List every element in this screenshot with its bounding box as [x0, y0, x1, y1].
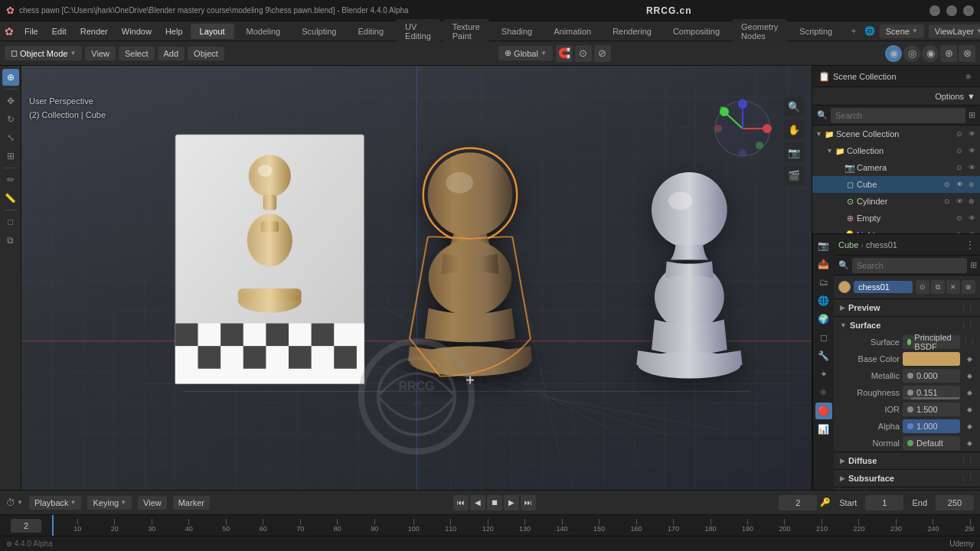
breadcrumb-chess01[interactable]: chess01	[866, 240, 897, 249]
tool-scale[interactable]: ⤡	[2, 129, 19, 146]
minimize-button[interactable]: ─	[929, 5, 940, 16]
tab-editing[interactable]: Editing	[348, 24, 393, 39]
viewport-shading-material[interactable]: ◉	[922, 45, 939, 62]
viewport-canvas[interactable]: User Perspective (2) Collection | Cube	[21, 66, 812, 490]
tool-annotate[interactable]: ✏	[2, 171, 19, 188]
tab-shading[interactable]: Shading	[492, 24, 541, 39]
props-object-icon[interactable]: ◻	[815, 329, 832, 346]
maximize-button[interactable]: □	[946, 5, 957, 16]
collection-hide-btn[interactable]: 👁	[966, 145, 977, 156]
ior-keyframe[interactable]: ◆	[963, 403, 975, 416]
proportional-connected-button[interactable]: ⊘	[594, 45, 611, 62]
end-frame-field[interactable]: 250	[936, 495, 974, 510]
viewport-shading-rendered[interactable]: ◎	[903, 45, 920, 62]
tool-measure[interactable]: 📏	[2, 190, 19, 207]
ior-value[interactable]: 1.500	[903, 403, 960, 416]
diffuse-section-header[interactable]: ▶ Diffuse ⋮⋮	[834, 452, 980, 469]
marker-menu[interactable]: Marker	[173, 496, 210, 510]
outliner-options-bar[interactable]: Options ▼	[812, 87, 980, 106]
subsurface-section-header[interactable]: ▶ Subsurface ⋮⋮	[834, 470, 980, 487]
zoom-in-button[interactable]: 🔍	[784, 96, 804, 116]
props-material-icon[interactable]: 🔴	[815, 403, 832, 419]
transform-selector[interactable]: ⊕ Global ▼	[498, 46, 553, 60]
playhead[interactable]	[52, 515, 54, 536]
camera-hide-btn[interactable]: 👁	[966, 162, 977, 173]
render-preview-button[interactable]: 🎬	[784, 165, 804, 185]
tab-sculpting[interactable]: Sculpting	[292, 24, 345, 39]
tab-scripting[interactable]: Scripting	[790, 24, 841, 39]
tab-uv-editing[interactable]: UV Editing	[396, 19, 440, 44]
props-output-icon[interactable]: 📤	[815, 256, 832, 272]
metallic-value[interactable]: 0.000	[903, 369, 960, 383]
tab-compositing[interactable]: Compositing	[664, 24, 729, 39]
outliner-item-camera[interactable]: 📷 Camera ⊙ 👁	[812, 159, 980, 176]
tool-add-cube[interactable]: □	[2, 214, 19, 230]
breadcrumb-cube[interactable]: Cube	[838, 240, 858, 249]
camera-render-btn[interactable]: ⊙	[954, 162, 965, 173]
playback-menu[interactable]: Playback ▼	[29, 496, 82, 510]
transport-stop[interactable]: ⏹	[487, 495, 502, 510]
props-modifier-icon[interactable]: 🔧	[815, 347, 832, 364]
props-particles-icon[interactable]: ✦	[815, 366, 832, 383]
outliner-item-collection[interactable]: ▼ 📁 Collection ⊙ 👁	[812, 142, 980, 159]
base-color-swatch[interactable]	[903, 352, 960, 366]
filter-icon[interactable]: ⊞	[969, 110, 975, 120]
scene-collection-hide-viewport[interactable]: 👁	[966, 129, 977, 139]
menu-help[interactable]: Help	[159, 24, 189, 38]
props-header-options[interactable]: ⋮	[965, 240, 975, 250]
cylinder-restrict-btn[interactable]: ⊗	[966, 196, 977, 207]
close-button[interactable]: ✕	[963, 5, 974, 16]
outliner-filter-btn[interactable]: ⊗	[963, 71, 974, 82]
mode-selector[interactable]: ◻ Object Mode ▼	[5, 46, 82, 60]
menu-window[interactable]: Window	[116, 24, 158, 38]
cube-restrict-btn[interactable]: ⊗	[966, 179, 977, 190]
menu-edit[interactable]: Edit	[46, 24, 73, 38]
select-menu[interactable]: Select	[119, 47, 155, 60]
camera-view-button[interactable]: 📷	[784, 142, 804, 162]
transport-jump-start[interactable]: ⏮	[453, 495, 469, 510]
proportional-edit-button[interactable]: ⊙	[575, 45, 592, 62]
viewport-overlay-button[interactable]: ⊕	[940, 45, 957, 62]
tool-rotate[interactable]: ↻	[2, 111, 19, 128]
viewport-shading-solid[interactable]: ◉	[885, 45, 902, 62]
material-browse-btn[interactable]: ⊙	[916, 280, 929, 294]
add-workspace-button[interactable]: +	[844, 22, 863, 40]
preview-section-header[interactable]: ▶ Preview ⋮⋮	[834, 299, 980, 316]
base-color-keyframe[interactable]: ◆	[963, 353, 975, 365]
outliner-item-scene-collection[interactable]: ▼ 📁 Scene Collection ⊙ 👁	[812, 126, 980, 142]
tool-add-more[interactable]: ⧉	[2, 232, 19, 249]
roughness-value[interactable]: 0.151	[903, 386, 960, 399]
normal-value[interactable]: Default	[903, 436, 960, 450]
alpha-keyframe[interactable]: ◆	[963, 420, 975, 432]
tool-transform[interactable]: ⊞	[2, 148, 19, 165]
view-menu-timeline[interactable]: View	[138, 496, 167, 510]
roughness-keyframe[interactable]: ◆	[963, 386, 975, 399]
add-menu[interactable]: Add	[158, 47, 185, 60]
surface-shader-selector[interactable]: Principled BSDF	[903, 335, 960, 349]
props-data-icon[interactable]: 📊	[815, 421, 832, 438]
navigation-gizmo[interactable]: X Y Z	[712, 98, 773, 159]
outliner-search-input[interactable]	[831, 108, 965, 123]
transport-play[interactable]: ▶	[504, 495, 519, 510]
props-render-icon[interactable]: 📷	[815, 237, 832, 254]
material-slot-name[interactable]: chess01	[854, 281, 913, 293]
material-remove-btn[interactable]: ✕	[946, 280, 960, 294]
tab-texture-paint[interactable]: Texture Paint	[443, 19, 489, 44]
light-render-btn[interactable]: ⊙	[954, 230, 965, 233]
surface-section-header[interactable]: ▼ Surface ⋮⋮	[834, 317, 980, 334]
tab-geometry-nodes[interactable]: Geometry Nodes	[732, 19, 787, 44]
tab-rendering[interactable]: Rendering	[603, 24, 661, 39]
empty-render-btn[interactable]: ⊙	[954, 213, 965, 223]
viewlayer-selector[interactable]: ViewLayer ▼	[929, 24, 980, 38]
ruler-content[interactable]: 10 20 30 40 50 60 70 80 90 100 110 120 1…	[46, 515, 974, 536]
tab-layout[interactable]: Layout	[191, 24, 234, 39]
light-hide-btn[interactable]: 👁	[966, 230, 977, 233]
cube-hide-btn[interactable]: 👁	[954, 179, 965, 190]
snap-button[interactable]: 🧲	[556, 45, 573, 62]
alpha-value[interactable]: 1.000	[903, 419, 960, 433]
transport-prev-frame[interactable]: ◀	[470, 495, 485, 510]
transport-jump-end[interactable]: ⏭	[521, 495, 536, 510]
scene-collection-hide-render[interactable]: ⊙	[954, 129, 965, 139]
menu-file[interactable]: File	[18, 24, 44, 38]
start-frame-field[interactable]: 1	[865, 495, 903, 510]
